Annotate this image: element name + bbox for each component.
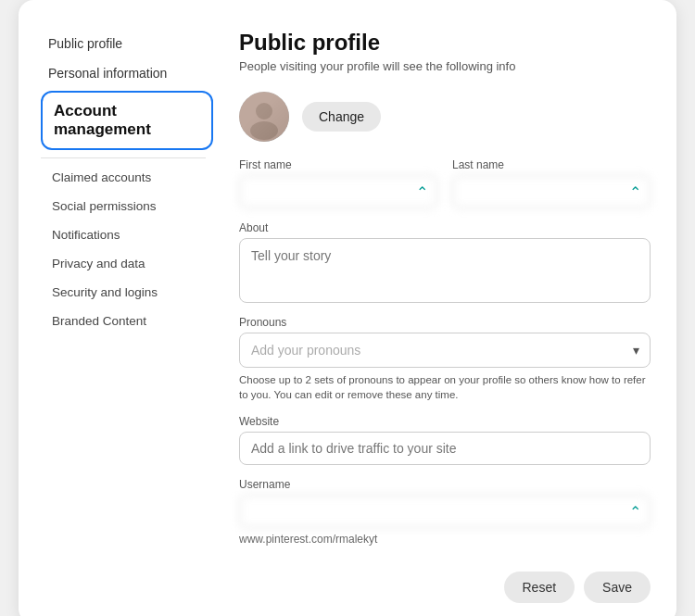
- avatar-image: [239, 92, 289, 142]
- sidebar-item-personal-information[interactable]: Personal information: [41, 59, 213, 87]
- username-group: Username ⌃ www.pinterest.com/rmalekyt: [239, 478, 651, 546]
- first-name-label: First name: [239, 158, 437, 171]
- username-input-wrap: ⌃: [239, 495, 651, 528]
- footer-row: Reset Save: [504, 572, 651, 603]
- first-name-input[interactable]: [239, 175, 437, 208]
- pronouns-label: Pronouns: [239, 316, 651, 329]
- first-name-group: First name ⌃: [239, 158, 437, 208]
- first-name-input-wrap: ⌃: [239, 175, 437, 208]
- settings-card: Public profile Personal information Acco…: [19, 0, 676, 616]
- main-content: Public profile People visiting your prof…: [213, 30, 676, 616]
- avatar: [239, 92, 289, 142]
- pronouns-select[interactable]: Add your pronouns: [239, 333, 651, 368]
- last-name-input[interactable]: [452, 175, 651, 208]
- sidebar-item-public-profile[interactable]: Public profile: [41, 30, 213, 57]
- about-textarea[interactable]: [239, 238, 651, 303]
- profile-url: www.pinterest.com/rmalekyt: [239, 533, 651, 546]
- name-row: First name ⌃ Last name ⌃: [239, 158, 651, 208]
- website-input[interactable]: [239, 432, 651, 465]
- pronouns-group: Pronouns Add your pronouns ▾ Choose up t…: [239, 316, 651, 402]
- username-label: Username: [239, 478, 651, 491]
- sidebar-item-privacy-and-data[interactable]: Privacy and data: [41, 250, 213, 277]
- pronouns-hint: Choose up to 2 sets of pronouns to appea…: [239, 372, 651, 402]
- website-group: Website: [239, 415, 651, 465]
- sidebar-item-social-permissions[interactable]: Social permissions: [41, 193, 213, 220]
- sidebar-item-claimed-accounts[interactable]: Claimed accounts: [41, 164, 213, 191]
- sidebar-divider: [41, 157, 206, 158]
- save-button[interactable]: Save: [584, 572, 651, 603]
- about-group: About: [239, 221, 651, 303]
- last-name-input-wrap: ⌃: [452, 175, 651, 208]
- sidebar-item-account-management[interactable]: Account management: [41, 91, 213, 150]
- svg-point-1: [256, 103, 272, 119]
- about-label: About: [239, 221, 651, 234]
- page-subtitle: People visiting your profile will see th…: [239, 59, 651, 73]
- change-avatar-button[interactable]: Change: [302, 102, 381, 132]
- last-name-group: Last name ⌃: [452, 158, 651, 208]
- sidebar: Public profile Personal information Acco…: [19, 30, 213, 616]
- svg-point-2: [250, 121, 278, 140]
- username-input[interactable]: [239, 495, 651, 528]
- page-title: Public profile: [239, 30, 651, 56]
- website-label: Website: [239, 415, 651, 428]
- sidebar-item-branded-content[interactable]: Branded Content: [41, 308, 213, 334]
- last-name-label: Last name: [452, 158, 651, 171]
- reset-button[interactable]: Reset: [504, 572, 575, 603]
- pronouns-select-wrap: Add your pronouns ▾: [239, 333, 651, 368]
- sidebar-item-notifications[interactable]: Notifications: [41, 221, 213, 248]
- sidebar-item-security-and-logins[interactable]: Security and logins: [41, 279, 213, 306]
- avatar-row: Change: [239, 92, 651, 142]
